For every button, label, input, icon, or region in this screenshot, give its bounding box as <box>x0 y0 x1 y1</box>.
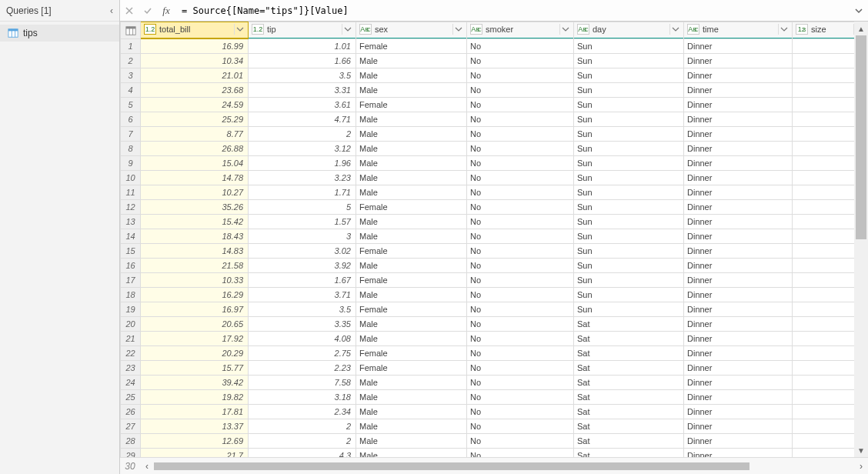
row-index[interactable]: 20 <box>121 317 141 332</box>
cell-day[interactable]: Sat <box>574 361 684 376</box>
cell-tip[interactable]: 3.18 <box>249 390 356 405</box>
cell-tip[interactable]: 3.31 <box>249 83 356 98</box>
cell-total_bill[interactable]: 10.34 <box>141 54 249 68</box>
filter-dropdown-icon[interactable] <box>559 24 570 35</box>
cell-day[interactable]: Sun <box>574 54 684 68</box>
cell-tip[interactable]: 1.66 <box>249 54 356 68</box>
cell-tip[interactable]: 4.71 <box>249 112 356 127</box>
cell-tip[interactable]: 3.61 <box>249 98 356 112</box>
vertical-scrollbar[interactable]: ▲ ▼ <box>854 22 868 457</box>
filter-dropdown-icon[interactable] <box>669 24 680 35</box>
formula-cancel-button[interactable] <box>120 0 139 21</box>
table-row[interactable]: 2617.812.34MaleNoSatDinner <box>121 405 868 419</box>
row-index[interactable]: 24 <box>121 376 141 390</box>
cell-day[interactable]: Sun <box>574 244 684 259</box>
row-index[interactable]: 1 <box>121 39 141 54</box>
cell-day[interactable]: Sun <box>574 171 684 185</box>
cell-smoker[interactable]: No <box>467 54 574 68</box>
cell-sex[interactable]: Female <box>356 39 467 54</box>
cell-day[interactable]: Sun <box>574 83 684 98</box>
cell-total_bill[interactable]: 16.29 <box>141 288 249 302</box>
cell-tip[interactable]: 1.67 <box>249 273 356 288</box>
cell-smoker[interactable]: No <box>467 449 574 458</box>
cell-day[interactable]: Sun <box>574 68 684 83</box>
cell-sex[interactable]: Male <box>356 156 467 171</box>
row-index-header[interactable] <box>121 22 141 39</box>
column-header-total_bill[interactable]: 1.2total_bill <box>141 22 249 39</box>
scroll-left-icon[interactable]: ‹ <box>140 461 154 472</box>
cell-sex[interactable]: Male <box>356 390 467 405</box>
cell-sex[interactable]: Female <box>356 361 467 376</box>
cell-sex[interactable]: Female <box>356 244 467 259</box>
cell-tip[interactable]: 3.12 <box>249 142 356 156</box>
cell-sex[interactable]: Female <box>356 346 467 361</box>
cell-smoker[interactable]: No <box>467 39 574 54</box>
cell-day[interactable]: Sat <box>574 317 684 332</box>
cell-tip[interactable]: 3.23 <box>249 171 356 185</box>
row-index[interactable]: 22 <box>121 346 141 361</box>
cell-time[interactable]: Dinner <box>684 405 793 419</box>
type-icon[interactable]: 123 <box>796 24 808 35</box>
column-header-tip[interactable]: 1.2tip <box>249 22 356 39</box>
cell-smoker[interactable]: No <box>467 83 574 98</box>
type-icon[interactable]: ABC <box>687 24 699 35</box>
cell-total_bill[interactable]: 16.97 <box>141 302 249 317</box>
cell-sex[interactable]: Male <box>356 259 467 273</box>
horizontal-scrollbar[interactable]: 30 ‹ › <box>120 457 868 474</box>
cell-time[interactable]: Dinner <box>684 244 793 259</box>
cell-tip[interactable]: 2.34 <box>249 405 356 419</box>
table-row[interactable]: 2921.74.3MaleNoSatDinner <box>121 449 868 458</box>
cell-day[interactable]: Sun <box>574 302 684 317</box>
cell-smoker[interactable]: No <box>467 302 574 317</box>
cell-time[interactable]: Dinner <box>684 156 793 171</box>
cell-sex[interactable]: Female <box>356 273 467 288</box>
cell-day[interactable]: Sun <box>574 288 684 302</box>
cell-tip[interactable]: 3.5 <box>249 302 356 317</box>
scroll-track[interactable] <box>854 35 868 443</box>
cell-sex[interactable]: Male <box>356 54 467 68</box>
table-row[interactable]: 2220.292.75FemaleNoSatDinner <box>121 346 868 361</box>
table-row[interactable]: 2519.823.18MaleNoSatDinner <box>121 390 868 405</box>
cell-sex[interactable]: Male <box>356 405 467 419</box>
filter-dropdown-icon[interactable] <box>778 24 789 35</box>
cell-day[interactable]: Sun <box>574 185 684 200</box>
cell-time[interactable]: Dinner <box>684 390 793 405</box>
cell-total_bill[interactable]: 17.81 <box>141 405 249 419</box>
scroll-up-icon[interactable]: ▲ <box>854 22 868 35</box>
table-row[interactable]: 423.683.31MaleNoSunDinner <box>121 83 868 98</box>
cell-smoker[interactable]: No <box>467 317 574 332</box>
row-index[interactable]: 17 <box>121 273 141 288</box>
cell-tip[interactable]: 3.35 <box>249 317 356 332</box>
cell-day[interactable]: Sun <box>574 112 684 127</box>
row-index[interactable]: 16 <box>121 259 141 273</box>
row-index[interactable]: 11 <box>121 185 141 200</box>
cell-day[interactable]: Sun <box>574 142 684 156</box>
table-row[interactable]: 1235.265FemaleNoSunDinner <box>121 200 868 215</box>
data-grid[interactable]: 1.2total_bill1.2tipABCsexABCsmokerABCday… <box>120 22 868 457</box>
cell-smoker[interactable]: No <box>467 171 574 185</box>
cell-smoker[interactable]: No <box>467 98 574 112</box>
cell-total_bill[interactable]: 10.33 <box>141 273 249 288</box>
cell-smoker[interactable]: No <box>467 288 574 302</box>
cell-total_bill[interactable]: 16.99 <box>141 39 249 54</box>
cell-day[interactable]: Sat <box>574 332 684 346</box>
cell-tip[interactable]: 3 <box>249 229 356 244</box>
cell-time[interactable]: Dinner <box>684 68 793 83</box>
table-row[interactable]: 2713.372MaleNoSatDinner <box>121 419 868 434</box>
cell-sex[interactable]: Male <box>356 229 467 244</box>
cell-total_bill[interactable]: 18.43 <box>141 229 249 244</box>
row-index[interactable]: 21 <box>121 332 141 346</box>
cell-smoker[interactable]: No <box>467 346 574 361</box>
cell-sex[interactable]: Male <box>356 449 467 458</box>
cell-total_bill[interactable]: 14.83 <box>141 244 249 259</box>
formula-input[interactable] <box>175 5 850 16</box>
cell-time[interactable]: Dinner <box>684 434 793 449</box>
cell-tip[interactable]: 3.92 <box>249 259 356 273</box>
type-icon[interactable]: ABC <box>577 24 589 35</box>
cell-time[interactable]: Dinner <box>684 112 793 127</box>
cell-sex[interactable]: Male <box>356 68 467 83</box>
cell-total_bill[interactable]: 23.68 <box>141 83 249 98</box>
cell-smoker[interactable]: No <box>467 273 574 288</box>
cell-total_bill[interactable]: 35.26 <box>141 200 249 215</box>
cell-day[interactable]: Sat <box>574 419 684 434</box>
